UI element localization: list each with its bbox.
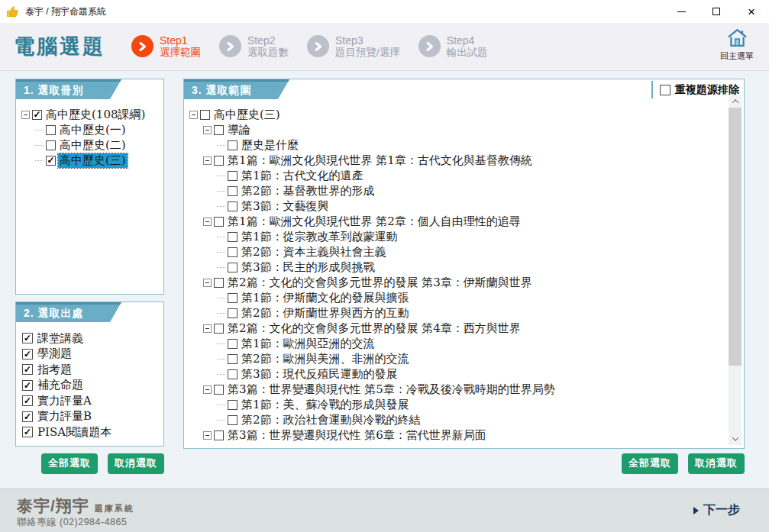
tree-item-label[interactable]: 歷史是什麼	[240, 138, 300, 153]
checkbox[interactable]	[200, 110, 210, 120]
wizard-step-step2[interactable]: Step2選取題數	[219, 34, 289, 60]
scroll-down-button[interactable]	[729, 432, 742, 445]
tree-item-label[interactable]: 第2節：伊斯蘭世界與西方的互動	[240, 306, 411, 321]
checkbox[interactable]: ✓	[22, 395, 33, 406]
tree-item-label[interactable]: 第3篇：世界變遷與現代性 第6章：當代世界新局面	[226, 428, 488, 443]
tree-item[interactable]: 第2節：伊斯蘭世界與西方的互動	[217, 305, 741, 321]
dedupe-checkbox[interactable]	[660, 85, 670, 95]
tree-item-label[interactable]: 第1節：伊斯蘭文化的發展與擴張	[240, 291, 411, 305]
tree-item[interactable]: 第1節：歐洲與亞洲的交流	[217, 336, 741, 351]
tree-item[interactable]: 第2篇：文化的交會與多元世界的發展 第3章：伊斯蘭與世界	[203, 275, 741, 290]
tree-item-label[interactable]: 第1節：美、蘇冷戰的形成與發展	[240, 398, 411, 412]
checkbox[interactable]	[228, 354, 237, 364]
tree-item-label[interactable]: 第3節：現代反殖民運動的發展	[240, 367, 399, 382]
range-deselect-all-button[interactable]: 取消選取	[688, 453, 745, 474]
source-item[interactable]: ✓學測題	[22, 347, 159, 363]
tree-item-label[interactable]: 第2篇：文化的交會與多元世界的發展 第3章：伊斯蘭與世界	[226, 276, 534, 290]
tree-item-label[interactable]: 高中歷史(108課綱)	[44, 108, 147, 122]
maximize-button[interactable]	[699, 0, 734, 23]
tree-item-label[interactable]: 第3節：文藝復興	[240, 199, 331, 214]
tree-item-label[interactable]: 第2節：基督教世界的形成	[240, 184, 376, 198]
source-item[interactable]: ✓課堂講義	[22, 330, 159, 347]
scrollbar[interactable]	[729, 95, 742, 445]
checkbox[interactable]: ✓	[22, 364, 33, 375]
source-deselect-all-button[interactable]: 取消選取	[108, 453, 164, 474]
tree-item[interactable]: 第2節：政治社會運動與冷戰的終結	[217, 412, 741, 427]
checkbox[interactable]	[228, 400, 237, 410]
checkbox[interactable]	[228, 171, 237, 181]
checkbox[interactable]	[228, 202, 237, 211]
tree-item-label[interactable]: 高中歷史(三)	[58, 153, 128, 168]
checkbox[interactable]	[214, 217, 224, 227]
tree-item-label[interactable]: 導論	[226, 123, 252, 137]
tree-item[interactable]: 第1節：伊斯蘭文化的發展與擴張	[217, 290, 741, 305]
collapse-toggle-icon[interactable]	[203, 431, 212, 440]
tree-item[interactable]: 第3節：民主的形成與挑戰	[217, 260, 741, 275]
checkbox[interactable]	[214, 430, 224, 440]
source-select-all-button[interactable]: 全部選取	[41, 453, 98, 474]
home-button[interactable]: 回主選單	[714, 28, 760, 62]
tree-item[interactable]: 高中歷史(二)	[35, 137, 160, 153]
tree-item[interactable]: 第2節：歐洲與美洲、非洲的交流	[217, 351, 741, 366]
collapse-toggle-icon[interactable]	[203, 218, 212, 226]
tree-item[interactable]: 導論	[203, 122, 741, 137]
tree-item-label[interactable]: 第1節：從宗教改革到啟蒙運動	[240, 230, 399, 244]
tree-item[interactable]: ✓高中歷史(108課綱)	[21, 107, 160, 122]
tree-item[interactable]: 第2節：資本主義與社會主義	[217, 244, 741, 260]
checkbox[interactable]	[228, 339, 237, 349]
next-step-button[interactable]: 下一步	[693, 502, 740, 518]
checkbox[interactable]	[214, 278, 224, 288]
checkbox[interactable]	[228, 308, 237, 318]
checkbox[interactable]: ✓	[22, 427, 33, 437]
tree-item[interactable]: 歷史是什麼	[217, 137, 741, 153]
wizard-step-step1[interactable]: Step1選擇範圍	[131, 34, 201, 60]
wizard-step-step3[interactable]: Step3題目預覽/選擇	[307, 34, 400, 60]
tree-item-label[interactable]: 第1節：古代文化的遺產	[240, 169, 365, 183]
checkbox[interactable]	[228, 263, 237, 272]
minimize-button[interactable]	[664, 0, 699, 23]
checkbox[interactable]	[46, 125, 56, 135]
tree-item-label[interactable]: 第3節：民主的形成與挑戰	[240, 260, 376, 275]
tree-item[interactable]: ✓高中歷史(三)	[35, 153, 160, 168]
tree-item-label[interactable]: 高中歷史(三)	[212, 108, 282, 122]
source-item[interactable]: ✓PISA閱讀題本	[22, 424, 159, 440]
checkbox[interactable]: ✓	[22, 411, 33, 422]
checkbox[interactable]: ✓	[22, 380, 33, 391]
checkbox[interactable]	[228, 247, 237, 257]
scrollbar-thumb[interactable]	[729, 108, 742, 366]
checkbox[interactable]	[228, 232, 237, 242]
tree-item-label[interactable]: 高中歷史(一)	[58, 123, 128, 137]
source-item[interactable]: ✓實力評量B	[22, 409, 159, 425]
checkbox[interactable]	[228, 140, 237, 150]
close-button[interactable]: ×	[734, 0, 769, 23]
collapse-toggle-icon[interactable]	[21, 111, 30, 119]
checkbox[interactable]	[228, 415, 237, 425]
checkbox[interactable]	[46, 140, 56, 150]
checkbox[interactable]: ✓	[22, 333, 33, 343]
checkbox[interactable]	[214, 125, 224, 135]
checkbox[interactable]	[214, 156, 224, 166]
tree-item-label[interactable]: 高中歷史(二)	[58, 138, 128, 153]
collapse-toggle-icon[interactable]	[203, 324, 212, 333]
tree-item-label[interactable]: 第2節：政治社會運動與冷戰的終結	[240, 413, 422, 427]
tree-item[interactable]: 第3節：文藝復興	[217, 198, 741, 214]
checkbox[interactable]	[214, 385, 224, 395]
tree-item[interactable]: 第2節：基督教世界的形成	[217, 183, 741, 198]
tree-item[interactable]: 高中歷史(一)	[35, 122, 160, 137]
tree-item[interactable]: 第3篇：世界變遷與現代性 第6章：當代世界新局面	[203, 427, 741, 443]
collapse-toggle-icon[interactable]	[203, 126, 212, 134]
collapse-toggle-icon[interactable]	[203, 385, 212, 394]
tree-item-label[interactable]: 第1節：歐洲與亞洲的交流	[240, 337, 376, 351]
collapse-toggle-icon[interactable]	[203, 156, 212, 165]
source-item[interactable]: ✓補充命題	[22, 378, 159, 394]
range-select-all-button[interactable]: 全部選取	[622, 453, 678, 474]
checkbox[interactable]	[214, 324, 224, 334]
checkbox[interactable]: ✓	[22, 349, 33, 360]
tree-item-label[interactable]: 第2篇：文化的交會與多元世界的發展 第4章：西方與世界	[226, 321, 522, 336]
collapse-toggle-icon[interactable]	[189, 111, 198, 119]
tree-item[interactable]: 第3篇：世界變遷與現代性 第5章：冷戰及後冷戰時期的世界局勢	[203, 382, 741, 397]
scroll-up-button[interactable]	[729, 95, 742, 108]
source-item[interactable]: ✓實力評量A	[22, 393, 159, 409]
tree-item[interactable]: 高中歷史(三)	[189, 107, 741, 122]
tree-item[interactable]: 第1篇：歐洲文化與現代世界 第2章：個人自由理性的追尋	[203, 214, 741, 229]
